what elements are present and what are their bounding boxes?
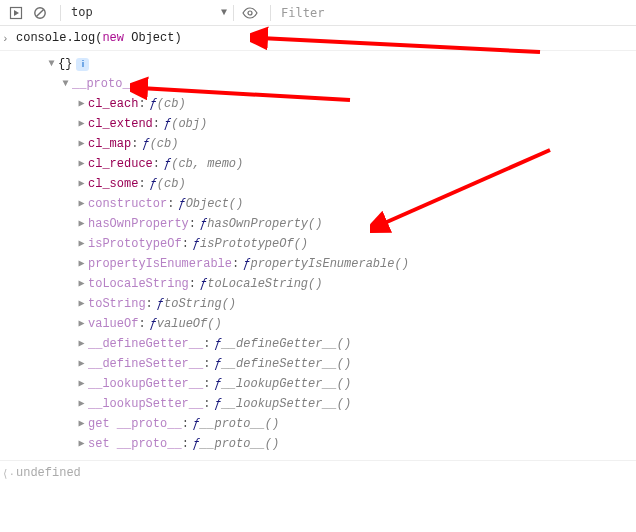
toolbar-divider [270,5,271,21]
tree-property-row[interactable]: ▶toLocaleString:ƒ toLocaleString() [20,274,630,294]
function-signature: (cb) [150,134,179,154]
console-output-line: ▼ {} i ▼ __proto__: ▶cl_each:ƒ (cb)▶cl_e… [0,51,636,461]
tree-property-row[interactable]: ▶cl_each:ƒ (cb) [20,94,630,114]
function-f: ƒ [214,394,221,414]
disclosure-triangle-icon[interactable]: ▶ [76,194,87,214]
disclosure-triangle-icon[interactable]: ▶ [76,254,87,274]
tree-property-row[interactable]: ▶isPrototypeOf:ƒ isPrototypeOf() [20,234,630,254]
property-name: __defineGetter__ [88,334,203,354]
disclosure-triangle-icon[interactable]: ▼ [46,54,57,74]
disclosure-triangle-icon[interactable]: ▶ [76,434,87,454]
tree-property-row[interactable]: ▶__lookupSetter__:ƒ __lookupSetter__() [20,394,630,414]
disclosure-triangle-icon[interactable]: ▶ [76,354,87,374]
filter-input[interactable] [277,4,630,22]
disclosure-triangle-icon[interactable]: ▶ [76,334,87,354]
disclosure-triangle-icon[interactable]: ▶ [76,214,87,234]
toolbar-divider [60,5,61,21]
tree-property-row[interactable]: ▶__defineSetter__:ƒ __defineSetter__() [20,354,630,374]
function-signature: __lookupGetter__() [222,374,352,394]
function-signature: __proto__() [200,434,279,454]
tree-property-row[interactable]: ▶hasOwnProperty:ƒ hasOwnProperty() [20,214,630,234]
tree-property-row[interactable]: ▶cl_map:ƒ (cb) [20,134,630,154]
property-name: __lookupSetter__ [88,394,203,414]
clear-icon[interactable] [30,3,50,23]
disclosure-triangle-icon[interactable]: ▶ [76,414,87,434]
property-name: set __proto__ [88,434,182,454]
tree-root[interactable]: ▼ {} i [20,54,630,74]
disclosure-triangle-icon[interactable]: ▶ [76,174,87,194]
run-icon[interactable] [6,3,26,23]
eye-icon[interactable] [240,3,260,23]
tree-property-row[interactable]: ▶get __proto__:ƒ __proto__() [20,414,630,434]
tree-property-row[interactable]: ▶cl_some:ƒ (cb) [20,174,630,194]
object-tree: ▼ {} i ▼ __proto__: ▶cl_each:ƒ (cb)▶cl_e… [16,54,630,454]
function-signature: Object() [186,194,244,214]
function-f: ƒ [164,154,171,174]
svg-line-2 [36,9,43,16]
tree-property-row[interactable]: ▶valueOf:ƒ valueOf() [20,314,630,334]
property-name: cl_extend [88,114,153,134]
function-signature: __lookupSetter__() [222,394,352,414]
toolbar-divider [233,5,234,21]
function-signature: toLocaleString() [207,274,322,294]
function-signature: hasOwnProperty() [207,214,322,234]
disclosure-triangle-icon[interactable]: ▼ [60,74,71,94]
disclosure-triangle-icon[interactable]: ▶ [76,394,87,414]
property-name: get __proto__ [88,414,182,434]
function-f: ƒ [193,434,200,454]
return-arrow-icon: ⟨· [2,465,15,483]
function-f: ƒ [200,214,207,234]
disclosure-triangle-icon[interactable]: ▶ [76,114,87,134]
disclosure-triangle-icon[interactable]: ▶ [76,374,87,394]
function-signature: toString() [164,294,236,314]
disclosure-triangle-icon[interactable]: ▶ [76,294,87,314]
tree-property-row[interactable]: ▶__lookupGetter__:ƒ __lookupGetter__() [20,374,630,394]
console-toolbar: ▼ [0,0,636,26]
tree-property-row[interactable]: ▶cl_extend:ƒ (obj) [20,114,630,134]
function-signature: (cb) [157,174,186,194]
property-name: toLocaleString [88,274,189,294]
function-signature: isPrototypeOf() [200,234,308,254]
disclosure-triangle-icon[interactable]: ▶ [76,154,87,174]
disclosure-triangle-icon[interactable]: ▶ [76,274,87,294]
property-name: isPrototypeOf [88,234,182,254]
property-name: cl_reduce [88,154,153,174]
tree-property-row[interactable]: ▶toString:ƒ toString() [20,294,630,314]
property-name: cl_some [88,174,138,194]
function-f: ƒ [214,354,221,374]
function-f: ƒ [150,94,157,114]
context-select[interactable] [67,3,237,21]
console-return-line: ⟨· undefined [0,461,636,485]
tree-property-row[interactable]: ▶__defineGetter__:ƒ __defineGetter__() [20,334,630,354]
tree-property-row[interactable]: ▶propertyIsEnumerable:ƒ propertyIsEnumer… [20,254,630,274]
function-f: ƒ [164,114,171,134]
console-input-line[interactable]: › console.log(new Object) [0,26,636,51]
function-signature: (cb) [157,94,186,114]
property-name: constructor [88,194,167,214]
property-name: __proto__ [72,74,137,94]
function-signature: __proto__() [200,414,279,434]
tree-property-row[interactable]: ▶set __proto__:ƒ __proto__() [20,434,630,454]
tree-property-row[interactable]: ▶cl_reduce:ƒ (cb, memo) [20,154,630,174]
context-select-wrap[interactable]: ▼ [67,3,227,22]
disclosure-triangle-icon[interactable]: ▶ [76,134,87,154]
info-icon[interactable]: i [76,58,89,71]
disclosure-triangle-icon[interactable]: ▶ [76,94,87,114]
tree-property-row[interactable]: ▶constructor:ƒ Object() [20,194,630,214]
function-signature: propertyIsEnumerable() [250,254,408,274]
function-signature: __defineSetter__() [222,354,352,374]
disclosure-triangle-icon[interactable]: ▶ [76,314,87,334]
property-name: toString [88,294,146,314]
function-signature: (cb, memo) [171,154,243,174]
tree-proto[interactable]: ▼ __proto__: [20,74,630,94]
function-f: ƒ [150,174,157,194]
disclosure-triangle-icon[interactable]: ▶ [76,234,87,254]
function-f: ƒ [178,194,185,214]
console-code: console.log(new Object) [16,29,182,47]
function-f: ƒ [150,314,157,334]
property-name: hasOwnProperty [88,214,189,234]
return-value: undefined [16,464,81,482]
function-f: ƒ [193,414,200,434]
property-name: cl_map [88,134,131,154]
property-name: propertyIsEnumerable [88,254,232,274]
